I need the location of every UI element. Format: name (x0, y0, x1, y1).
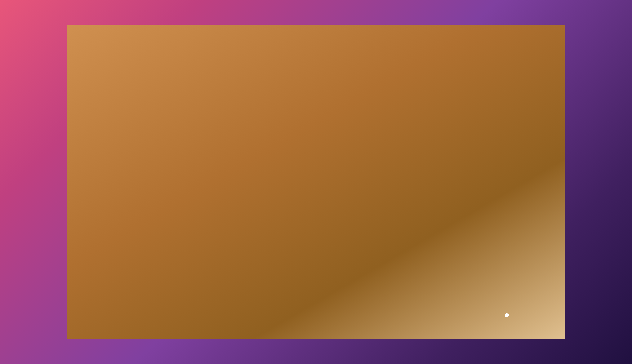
main-card: AI Anime Art Generation Turn your prompt… (67, 25, 565, 339)
style-section: Style Neutral (no style) (80, 66, 552, 166)
style-grid: Neutral (no style) Japanese (80, 79, 552, 166)
style-image-haddock (489, 79, 552, 158)
style-item-haddock[interactable]: Haddock (489, 79, 552, 166)
